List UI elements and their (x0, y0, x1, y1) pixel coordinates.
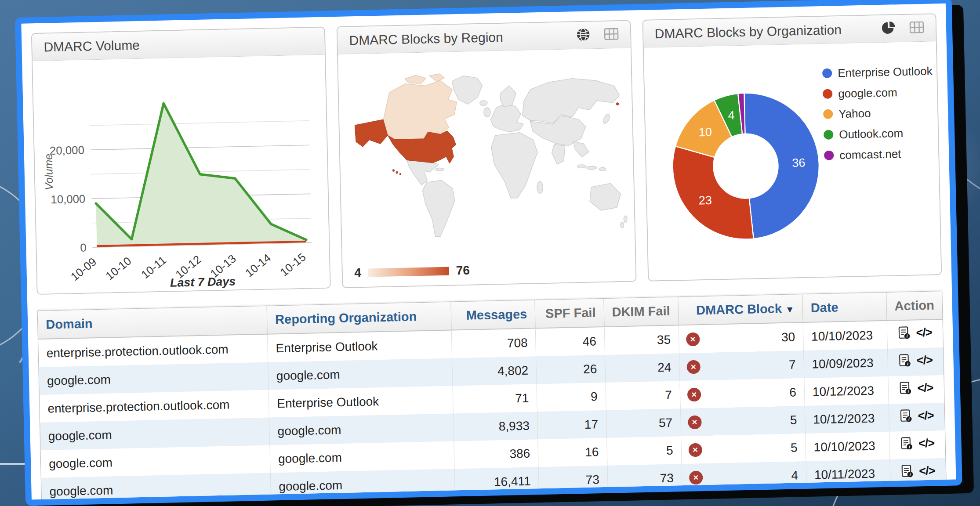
cell-spf-fail: 9 (537, 383, 606, 412)
cell-spf-fail: 46 (536, 327, 605, 356)
block-x-icon: ✕ (689, 470, 703, 484)
cell-date: 10/09/2023 (803, 349, 888, 378)
legend-item: Enterprise Outlook (822, 64, 933, 80)
raw-xml-icon[interactable]: </> (919, 464, 935, 478)
cell-dkim-fail: 35 (604, 325, 679, 355)
map-east-dot (616, 103, 619, 105)
world-heatmap (341, 51, 631, 264)
block-x-icon: ✕ (686, 360, 701, 374)
cell-reporting-organization: google.com (269, 413, 454, 445)
map-canada-islands-1 (405, 75, 426, 84)
cell-messages: 4,802 (452, 356, 537, 386)
cell-spf-fail: 17 (537, 410, 607, 439)
legend-item: Outlook.com (824, 126, 935, 142)
cell-domain: enterprise.protection.outlook.com (39, 390, 269, 423)
cell-reporting-organization: google.com (270, 441, 455, 473)
raw-xml-icon[interactable]: </> (918, 408, 934, 423)
table-view-icon[interactable] (909, 21, 925, 35)
cell-action: i </> (889, 430, 946, 459)
cell-dmarc-block: ✕6 (680, 378, 805, 408)
panel-blocks-by-region: DMARC Blocks by Region (337, 20, 636, 288)
raw-xml-icon[interactable]: </> (916, 325, 932, 340)
y-tick-label: 0 (80, 242, 87, 254)
cell-messages: 386 (454, 439, 538, 469)
donut-slice-value: 4 (728, 108, 735, 122)
cell-dmarc-block: ✕4 (682, 461, 806, 492)
report-details-icon[interactable]: i (900, 437, 914, 451)
legend-swatch (823, 109, 833, 119)
legend-item: google.com (823, 85, 934, 101)
dmarc-block-header-label: DMARC Block (696, 301, 782, 317)
column-header-dmarc-block[interactable]: DMARC Block▼ (678, 294, 803, 325)
map-madagascar (537, 181, 543, 193)
map-alaska (355, 119, 388, 147)
cell-dkim-fail: 24 (605, 353, 679, 383)
report-details-icon[interactable]: i (899, 354, 912, 368)
cell-date: 10/11/2023 (806, 459, 890, 489)
legend-swatch (822, 68, 832, 78)
map-iceland (480, 101, 487, 106)
legend-swatch (824, 150, 834, 160)
column-header-reporting-organization[interactable]: Reporting Organization (267, 302, 452, 334)
dmarc-report-table: Domain Reporting Organization Messages S… (37, 291, 947, 506)
cell-reporting-organization: google.com (268, 358, 453, 390)
map-africa (491, 132, 538, 199)
cell-dkim-fail: 73 (607, 464, 682, 493)
cell-messages: 708 (452, 328, 536, 358)
panel-blocks-by-organization: DMARC Blocks by Organization (642, 13, 942, 281)
cell-action: i </> (887, 319, 944, 349)
legend-swatch (823, 89, 832, 98)
donut-legend: Enterprise Outlookgoogle.comYahooOutlook… (822, 64, 935, 169)
column-header-domain[interactable]: Domain (37, 306, 267, 339)
table-view-icon[interactable] (603, 28, 619, 42)
legend-max-value: 76 (456, 264, 470, 278)
legend-label: google.com (838, 86, 897, 101)
map-nz-2 (621, 222, 624, 228)
gridline (90, 121, 309, 126)
donut-slice-value: 23 (698, 193, 712, 207)
cell-spf-fail: 73 (538, 466, 608, 495)
block-x-icon: ✕ (688, 415, 702, 429)
raw-xml-icon[interactable]: </> (917, 353, 933, 367)
report-details-icon[interactable]: i (898, 326, 911, 340)
report-details-icon[interactable]: i (900, 409, 913, 423)
cell-action: i </> (889, 403, 945, 432)
map-hawaii-3 (399, 173, 401, 175)
panel-dmarc-volume: DMARC Volume 010,00020,00010-0910-1010-1… (31, 27, 331, 295)
map-heat-legend: 4 76 (354, 264, 470, 280)
panels-row: DMARC Volume 010,00020,00010-0910-1010-1… (31, 13, 942, 295)
block-x-icon: ✕ (688, 443, 702, 457)
legend-label: Yahoo (838, 107, 871, 121)
map-greenland (452, 76, 483, 105)
map-australia (590, 183, 621, 211)
raw-xml-icon[interactable]: </> (917, 381, 933, 395)
report-details-icon[interactable]: i (901, 464, 914, 479)
legend-swatch (824, 130, 833, 140)
pie-chart-icon[interactable] (881, 20, 897, 37)
cell-dkim-fail: 5 (606, 436, 681, 466)
raw-xml-icon[interactable]: </> (918, 436, 935, 450)
volume-area-chart: 010,00020,00010-0910-1010-1110-1210-1310… (33, 55, 330, 295)
globe-icon[interactable] (575, 27, 591, 44)
cell-domain: google.com (40, 445, 270, 478)
map-hawaii-2 (396, 171, 398, 173)
y-tick-label: 20,000 (50, 144, 84, 157)
x-tick-label: 10-09 (69, 255, 99, 283)
cell-domain: google.com (41, 473, 271, 506)
cell-reporting-organization: google.com (270, 469, 455, 501)
gridline (91, 145, 309, 150)
map-japan (602, 113, 611, 125)
column-header-dkim-fail[interactable]: DKIM Fail (603, 297, 678, 327)
cell-messages: 71 (453, 384, 537, 413)
panel-title-region: DMARC Blocks by Region (349, 28, 576, 48)
report-details-icon[interactable]: i (899, 381, 912, 396)
column-header-spf-fail[interactable]: SPF Fail (535, 298, 604, 328)
column-header-action: Action (886, 291, 943, 321)
column-header-messages[interactable]: Messages (451, 300, 535, 330)
cell-dmarc-block: ✕5 (681, 434, 806, 464)
cell-dmarc-block: ✕30 (679, 322, 804, 353)
cell-date: 10/10/2023 (803, 321, 887, 351)
column-header-date[interactable]: Date (802, 292, 887, 322)
map-uk (484, 108, 491, 117)
cell-reporting-organization: Enterprise Outlook (267, 330, 452, 362)
